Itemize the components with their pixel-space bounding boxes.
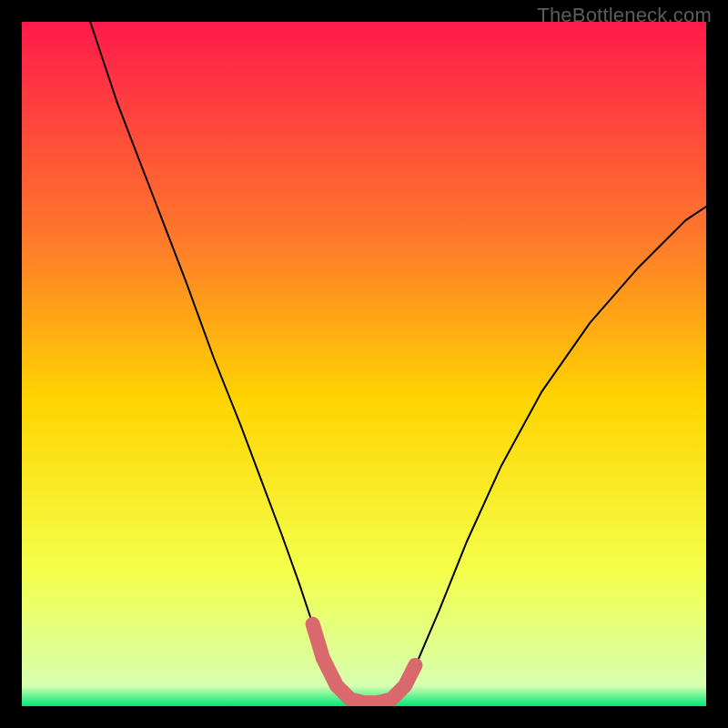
outer-frame: TheBottleneck.com	[0, 0, 728, 728]
gradient-bg	[22, 22, 706, 706]
watermark-text: TheBottleneck.com	[537, 4, 712, 27]
plot-area	[22, 22, 706, 706]
chart-svg	[22, 22, 706, 706]
